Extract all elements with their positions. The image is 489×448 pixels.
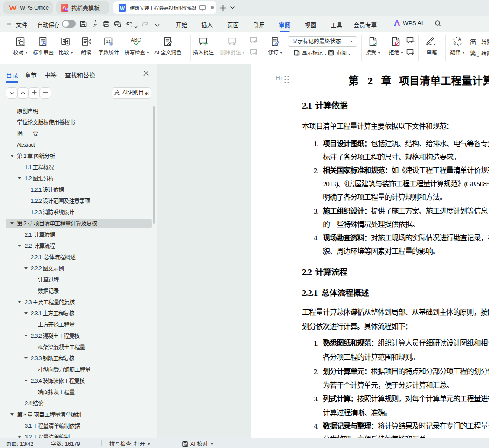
- svg-text:A: A: [458, 37, 461, 42]
- svg-text:AI: AI: [65, 8, 68, 11]
- svg-text:W: W: [120, 5, 125, 10]
- svg-text:12: 12: [106, 39, 111, 44]
- svg-text:文: 文: [452, 40, 457, 46]
